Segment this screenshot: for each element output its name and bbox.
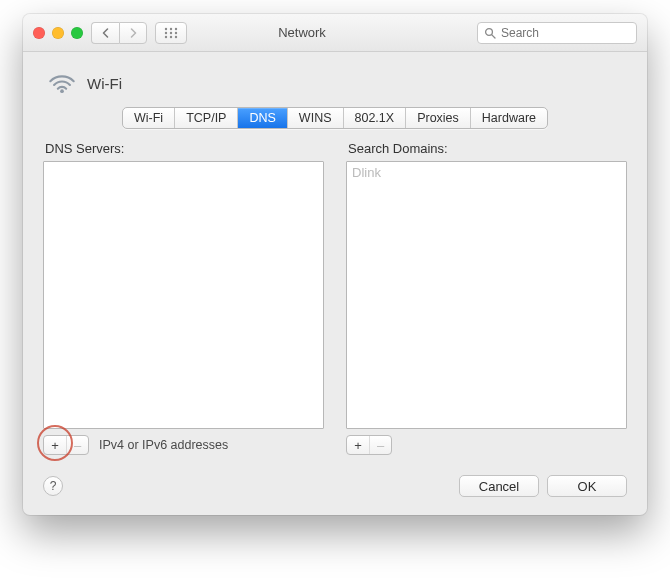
minimize-icon[interactable] bbox=[52, 27, 64, 39]
tab-wins[interactable]: WINS bbox=[288, 108, 344, 128]
search-domains-list[interactable]: Dlink bbox=[346, 161, 627, 429]
close-icon[interactable] bbox=[33, 27, 45, 39]
tab-hardware[interactable]: Hardware bbox=[471, 108, 547, 128]
tab-8021x[interactable]: 802.1X bbox=[344, 108, 407, 128]
svg-line-10 bbox=[492, 34, 495, 37]
cancel-button[interactable]: Cancel bbox=[459, 475, 539, 497]
tab-wifi[interactable]: Wi-Fi bbox=[123, 108, 175, 128]
back-button[interactable] bbox=[91, 22, 119, 44]
domains-add-button[interactable]: + bbox=[347, 436, 369, 454]
search-domains-column: Search Domains: Dlink + – bbox=[346, 141, 627, 455]
connection-header: Wi-Fi bbox=[47, 70, 627, 97]
connection-name: Wi-Fi bbox=[87, 75, 122, 92]
search-input[interactable] bbox=[501, 26, 630, 40]
search-domains-label: Search Domains: bbox=[348, 141, 627, 156]
tabbar: Wi-Fi TCP/IP DNS WINS 802.1X Proxies Har… bbox=[43, 107, 627, 129]
dns-servers-list[interactable] bbox=[43, 161, 324, 429]
ok-button[interactable]: OK bbox=[547, 475, 627, 497]
help-button[interactable]: ? bbox=[43, 476, 63, 496]
dns-remove-button[interactable]: – bbox=[66, 436, 88, 454]
tab-tcpip[interactable]: TCP/IP bbox=[175, 108, 238, 128]
content: Wi-Fi Wi-Fi TCP/IP DNS WINS 802.1X Proxi… bbox=[23, 52, 647, 515]
domains-remove-button[interactable]: – bbox=[369, 436, 391, 454]
dns-hint: IPv4 or IPv6 addresses bbox=[99, 438, 228, 452]
dns-servers-label: DNS Servers: bbox=[45, 141, 324, 156]
titlebar: Network bbox=[23, 14, 647, 52]
tab-proxies[interactable]: Proxies bbox=[406, 108, 471, 128]
dns-add-remove: + – bbox=[43, 435, 89, 455]
window-controls bbox=[33, 27, 83, 39]
network-prefs-window: Network Wi-Fi bbox=[23, 14, 647, 515]
domains-add-remove: + – bbox=[346, 435, 392, 455]
window-title: Network bbox=[135, 25, 469, 40]
list-item[interactable]: Dlink bbox=[352, 165, 621, 180]
search-icon bbox=[484, 27, 496, 39]
wifi-icon bbox=[47, 70, 77, 97]
dns-add-button[interactable]: + bbox=[44, 436, 66, 454]
svg-point-11 bbox=[60, 89, 64, 93]
dns-servers-column: DNS Servers: + – IPv4 or IPv6 addresses bbox=[43, 141, 324, 455]
search-field[interactable] bbox=[477, 22, 637, 44]
zoom-icon[interactable] bbox=[71, 27, 83, 39]
tab-dns[interactable]: DNS bbox=[238, 108, 287, 128]
footer: ? Cancel OK bbox=[43, 475, 627, 497]
